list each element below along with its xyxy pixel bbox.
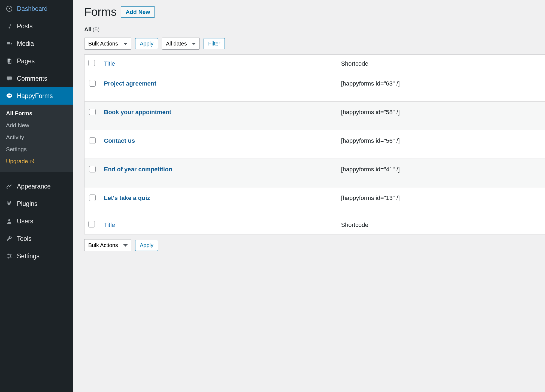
svg-point-7 bbox=[9, 95, 10, 96]
sidebar-item-label: Media bbox=[17, 40, 34, 47]
sidebar-item-comments[interactable]: Comments bbox=[0, 70, 73, 87]
svg-point-8 bbox=[10, 95, 11, 96]
sidebar-item-label: Appearance bbox=[17, 183, 51, 190]
sidebar-item-label: Users bbox=[17, 218, 33, 225]
tablenav-top: Bulk Actions Apply All dates Filter bbox=[84, 38, 545, 50]
external-link-icon bbox=[30, 159, 35, 163]
table-row: Contact us [happyforms id="56" /] bbox=[84, 130, 545, 159]
form-title-link[interactable]: Project agreement bbox=[104, 80, 156, 87]
column-shortcode-header: Shortcode bbox=[337, 55, 545, 73]
svg-rect-11 bbox=[7, 256, 12, 256]
table-row: End of year competition [happyforms id="… bbox=[84, 159, 545, 187]
sidebar-item-appearance[interactable]: Appearance bbox=[0, 178, 73, 195]
sidebar-item-label: Plugins bbox=[17, 200, 37, 208]
submenu-upgrade-label: Upgrade bbox=[6, 158, 28, 165]
submenu-activity[interactable]: Activity bbox=[0, 131, 73, 143]
apply-button-bottom[interactable]: Apply bbox=[135, 240, 158, 251]
sidebar-item-label: HappyForms bbox=[17, 92, 53, 100]
sidebar-item-tools[interactable]: Tools bbox=[0, 230, 73, 247]
sidebar-item-dashboard[interactable]: Dashboard bbox=[0, 0, 73, 17]
svg-rect-13 bbox=[8, 254, 9, 255]
form-title-link[interactable]: End of year competition bbox=[104, 166, 172, 173]
media-icon bbox=[5, 39, 14, 48]
table-row: Book your appointment [happyforms id="58… bbox=[84, 102, 545, 130]
svg-rect-10 bbox=[7, 254, 12, 255]
table-row: Project agreement [happyforms id="63" /] bbox=[84, 73, 545, 102]
column-checkbox-header bbox=[84, 55, 100, 73]
sidebar-item-label: Pages bbox=[17, 57, 35, 65]
svg-rect-15 bbox=[8, 257, 9, 259]
sidebar-item-label: Comments bbox=[17, 75, 47, 82]
admin-sidebar: Dashboard Posts Media Pages Comments Hap… bbox=[0, 0, 73, 392]
column-checkbox-footer bbox=[84, 216, 100, 234]
users-icon bbox=[5, 217, 14, 226]
select-all-checkbox[interactable] bbox=[88, 60, 95, 66]
page-title: Forms bbox=[84, 5, 117, 19]
comments-icon bbox=[5, 74, 14, 83]
date-filter-select[interactable]: All dates bbox=[162, 38, 200, 50]
form-shortcode: [happyforms id="13" /] bbox=[337, 187, 545, 216]
form-title-link[interactable]: Book your appointment bbox=[104, 109, 171, 116]
sidebar-item-settings[interactable]: Settings bbox=[0, 247, 73, 265]
sidebar-item-media[interactable]: Media bbox=[0, 35, 73, 52]
list-filter-subsubsub: All (5) bbox=[84, 26, 545, 33]
plugins-icon bbox=[5, 199, 14, 208]
row-checkbox[interactable] bbox=[89, 109, 96, 115]
row-checkbox[interactable] bbox=[89, 166, 96, 172]
form-shortcode: [happyforms id="41" /] bbox=[337, 159, 545, 187]
add-new-button[interactable]: Add New bbox=[121, 6, 155, 18]
form-title-link[interactable]: Contact us bbox=[104, 137, 135, 144]
submenu-add-new[interactable]: Add New bbox=[0, 119, 73, 131]
page-header: Forms Add New bbox=[84, 5, 545, 19]
form-shortcode: [happyforms id="58" /] bbox=[337, 102, 545, 130]
svg-rect-3 bbox=[8, 59, 10, 63]
sidebar-item-plugins[interactable]: Plugins bbox=[0, 195, 73, 212]
pin-icon bbox=[5, 22, 14, 31]
dashboard-icon bbox=[5, 4, 14, 13]
sidebar-item-posts[interactable]: Posts bbox=[0, 17, 73, 35]
row-checkbox[interactable] bbox=[89, 195, 96, 201]
bulk-actions-select-bottom[interactable]: Bulk Actions bbox=[84, 239, 131, 251]
sidebar-item-users[interactable]: Users bbox=[0, 212, 73, 230]
svg-rect-2 bbox=[7, 42, 10, 44]
happyforms-icon bbox=[5, 92, 14, 100]
row-checkbox[interactable] bbox=[89, 80, 96, 87]
form-title-link[interactable]: Let's take a quiz bbox=[104, 195, 150, 201]
filter-all-count: (5) bbox=[93, 26, 100, 33]
appearance-icon bbox=[5, 182, 14, 191]
pages-icon bbox=[5, 57, 14, 65]
table-row: Let's take a quiz [happyforms id="13" /] bbox=[84, 187, 545, 216]
form-shortcode: [happyforms id="56" /] bbox=[337, 130, 545, 159]
sidebar-item-happyforms[interactable]: HappyForms bbox=[0, 87, 73, 105]
submenu-all-forms[interactable]: All Forms bbox=[0, 107, 73, 119]
svg-point-1 bbox=[9, 8, 10, 9]
column-title-footer[interactable]: Title bbox=[100, 216, 337, 234]
sidebar-item-label: Dashboard bbox=[17, 5, 48, 13]
sidebar-submenu: All Forms Add New Activity Settings Upgr… bbox=[0, 105, 73, 172]
column-shortcode-footer: Shortcode bbox=[337, 216, 545, 234]
sidebar-item-pages[interactable]: Pages bbox=[0, 52, 73, 70]
sidebar-item-label: Tools bbox=[17, 235, 32, 242]
forms-table: Title Shortcode Project agreement [happy… bbox=[84, 54, 545, 234]
bulk-actions-select[interactable]: Bulk Actions bbox=[84, 38, 131, 50]
tools-icon bbox=[5, 234, 14, 243]
form-shortcode: [happyforms id="63" /] bbox=[337, 73, 545, 102]
apply-button[interactable]: Apply bbox=[135, 38, 158, 49]
column-title-header[interactable]: Title bbox=[100, 55, 337, 73]
svg-point-9 bbox=[8, 219, 10, 221]
filter-all[interactable]: All bbox=[84, 26, 92, 33]
tablenav-bottom: Bulk Actions Apply bbox=[84, 239, 545, 251]
svg-point-6 bbox=[8, 95, 9, 96]
submenu-settings[interactable]: Settings bbox=[0, 143, 73, 155]
submenu-upgrade[interactable]: Upgrade bbox=[0, 155, 41, 167]
svg-rect-14 bbox=[10, 255, 11, 257]
sidebar-item-label: Settings bbox=[17, 253, 40, 260]
sidebar-item-label: Posts bbox=[17, 23, 33, 30]
row-checkbox[interactable] bbox=[89, 137, 96, 144]
filter-button[interactable]: Filter bbox=[204, 38, 225, 49]
settings-icon bbox=[5, 252, 14, 260]
select-all-checkbox-footer[interactable] bbox=[88, 221, 95, 227]
main-content: Forms Add New All (5) Bulk Actions Apply… bbox=[73, 0, 545, 392]
